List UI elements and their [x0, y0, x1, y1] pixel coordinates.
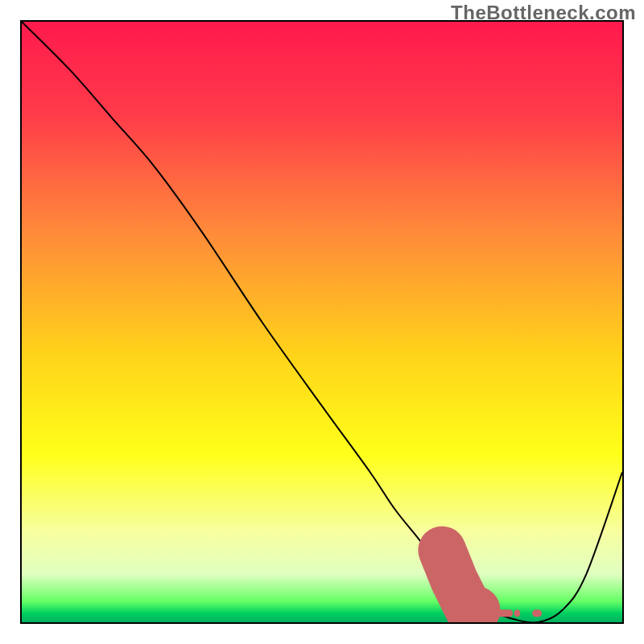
optimal-marker-dot — [496, 609, 513, 617]
optimal-marker-dot — [532, 609, 542, 617]
optimal-marker-dot — [484, 609, 496, 617]
optimal-marker-l — [442, 550, 477, 610]
bottleneck-curve — [22, 22, 622, 623]
chart-frame: TheBottleneck.com — [0, 0, 644, 644]
optimal-marker-dots — [484, 609, 542, 617]
optimal-marker-dot — [514, 609, 520, 617]
plot-area — [20, 20, 624, 624]
chart-lines — [22, 22, 622, 622]
